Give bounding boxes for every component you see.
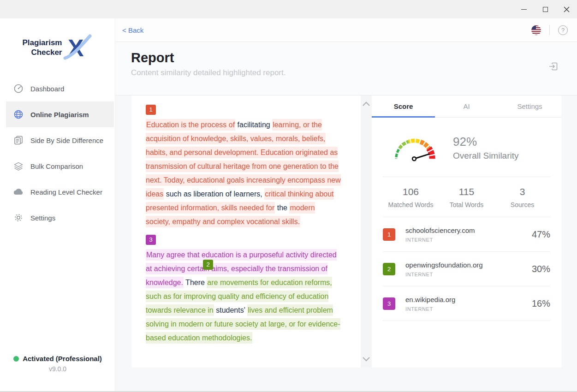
minimize-button[interactable] (513, 0, 535, 18)
back-button[interactable]: < Back (122, 26, 143, 34)
cloud-icon (13, 186, 24, 197)
close-button[interactable] (556, 0, 577, 18)
sidebar-item-label: Online Plagiarism (30, 111, 89, 119)
tab-ai[interactable]: AI (435, 95, 498, 117)
sidebar-nav: Dashboard Online Plagiarism Side By Side… (0, 76, 115, 231)
document-scrollbar[interactable] (361, 95, 372, 368)
source-badge: 3 (383, 297, 395, 310)
highlight-red: Education is the process of (146, 119, 235, 131)
flag-canton (531, 25, 536, 30)
sidebar-item-settings[interactable]: Settings (0, 205, 115, 231)
sidebar-item-side-by-side[interactable]: Side By Side Difference (0, 127, 115, 153)
stat-value: 3 (494, 186, 550, 197)
logo-line-1: Plagiarism (23, 38, 62, 48)
app-logo-text: Plagiarism Checker (23, 38, 62, 58)
source-title: schoolofsciencery.com (405, 226, 475, 234)
minimize-icon (521, 9, 527, 10)
match-badge-2[interactable]: 2 (203, 260, 213, 270)
plain-text: students' (214, 306, 247, 314)
overall-score: 92% Overall Similarity (388, 131, 561, 165)
page-subtitle: Content similarity detailed highlighted … (131, 68, 286, 77)
similarity-label: Overall Similarity (453, 151, 519, 161)
active-tab-underline (372, 116, 435, 118)
export-icon (548, 61, 559, 72)
paragraph-2: Many agree that education is a purposefu… (146, 248, 341, 345)
plain-text: facilitating (235, 121, 272, 129)
stat-label: Matched Words (383, 201, 439, 208)
scroll-up-button[interactable] (361, 98, 372, 109)
source-row-2[interactable]: 2 openwingsfoundation.org INTERNET 30% (383, 252, 550, 286)
sidebar-item-label: Side By Side Difference (30, 137, 103, 144)
logo-x-icon: X (63, 34, 93, 61)
layers-icon (13, 160, 24, 172)
chevron-down-icon (362, 356, 370, 362)
tab-settings[interactable]: Settings (498, 95, 561, 117)
paragraph-1: Education is the process of facilitating… (146, 118, 341, 229)
sidebar-item-bulk-comparison[interactable]: Bulk Comparison (0, 153, 115, 179)
logo-line-2: Checker (23, 48, 62, 57)
sidebar-item-dashboard[interactable]: Dashboard (0, 76, 115, 101)
stat-value: 115 (439, 186, 494, 197)
window-titlebar (0, 0, 577, 18)
stat-matched-words: 106 Matched Words (383, 186, 439, 208)
scroll-down-button[interactable] (361, 354, 372, 365)
chevron-up-icon (362, 101, 370, 107)
maximize-button[interactable] (535, 0, 556, 18)
plain-text: There (184, 279, 207, 286)
sidebar: Plagiarism Checker X Dashboard Online Pl… (0, 18, 115, 392)
sidebar-item-label: Bulk Comparison (30, 162, 83, 170)
stat-label: Total Words (439, 201, 494, 208)
source-type: INTERNET (405, 237, 475, 243)
sidebar-item-label: Dashboard (30, 85, 64, 93)
globe-icon (13, 109, 24, 120)
source-badge: 1 (383, 228, 395, 241)
app-version: v9.0.0 (0, 365, 115, 373)
match-badge-3[interactable]: 3 (146, 235, 156, 245)
export-report-button[interactable] (548, 61, 559, 74)
gear-icon (13, 212, 24, 223)
match-badge-1[interactable]: 1 (146, 105, 156, 115)
sources-list: 1 schoolofsciencery.com INTERNET 47% 2 o… (372, 217, 561, 321)
highlight-red: learning, or the acquisition of knowledg… (146, 119, 341, 200)
source-badge: 2 (383, 263, 395, 275)
tab-score[interactable]: Score (372, 95, 435, 117)
topbar: < Back ? (115, 18, 577, 42)
stat-sources: 3 Sources (494, 186, 550, 208)
maximize-icon (543, 7, 548, 12)
activation-status: Activated (Professional) v9.0.0 (0, 355, 115, 373)
plain-text: such as liberation of learners, (164, 190, 264, 198)
stat-value: 106 (383, 186, 439, 197)
source-row-3[interactable]: 3 en.wikipedia.org INTERNET 16% (383, 286, 550, 321)
similarity-percent: 92% (453, 135, 519, 149)
source-title: openwingsfoundation.org (405, 261, 483, 269)
sidebar-item-online-plagiarism[interactable]: Online Plagiarism (6, 101, 114, 127)
page-title: Report (131, 50, 174, 65)
stat-total-words: 115 Total Words (439, 186, 494, 208)
app-logo: Plagiarism Checker X (0, 31, 115, 64)
source-type: INTERNET (405, 306, 455, 312)
source-title: en.wikipedia.org (405, 296, 455, 303)
documents-icon (13, 135, 24, 146)
sidebar-item-label: Reading Level Checker (30, 188, 102, 196)
source-type: INTERNET (405, 272, 483, 277)
source-percent: 30% (532, 264, 550, 274)
similarity-gauge-icon (388, 131, 440, 165)
report-document: 1 Education is the process of facilitati… (131, 95, 372, 368)
dashboard-icon (13, 83, 24, 94)
close-icon (564, 6, 570, 12)
results-panel: Score AI Settings 92% Overall Similarity… (372, 95, 561, 368)
sidebar-item-reading-level[interactable]: Reading Level Checker (0, 179, 115, 205)
stats-row: 106 Matched Words 115 Total Words 3 Sour… (372, 177, 561, 217)
results-tabs: Score AI Settings (372, 95, 561, 118)
language-flag-icon[interactable] (531, 25, 541, 35)
topbar-divider (549, 25, 550, 35)
plain-text: the (275, 204, 289, 212)
source-row-1[interactable]: 1 schoolofsciencery.com INTERNET 47% (383, 217, 550, 252)
status-dot (13, 356, 19, 362)
help-icon[interactable]: ? (558, 25, 568, 35)
source-percent: 47% (532, 229, 550, 240)
document-text: 1 Education is the process of facilitati… (146, 105, 341, 351)
source-percent: 16% (532, 298, 550, 309)
sidebar-item-label: Settings (30, 214, 55, 222)
activation-label: Activated (Professional) (23, 355, 102, 362)
